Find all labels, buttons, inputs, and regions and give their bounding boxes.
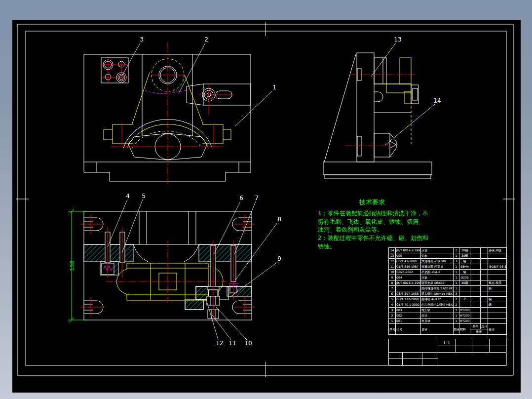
cad-viewer-canvas: { "colors":{"outline":"#ffffff","part":"…: [0, 0, 532, 399]
table-row: 10GB95-2002平垫圈 -C级 81钢: [389, 270, 507, 275]
tech-line: 2：装配过程中零件不允许磕、碰、划伤和: [318, 234, 441, 242]
table-row: 4GB/T 70.1-2000内六角圆柱头螺钉 M6X202钢: [389, 302, 507, 308]
callout-6: 6: [239, 195, 243, 201]
callout-8: 8: [277, 216, 281, 223]
table-row: 5GB/T 117-2000圆锥销 A6X22235钢: [389, 297, 507, 302]
callout-1: 1: [272, 84, 276, 91]
callout-13: 13: [394, 36, 401, 43]
bom-header-unit: 单件: [470, 324, 481, 329]
callout-5: 5: [142, 193, 146, 200]
callout-2: 2: [204, 36, 208, 43]
callout-11: 11: [228, 340, 236, 347]
table-row: 7圆柱螺旋弹簧 1.6X10X251购: [389, 286, 507, 291]
bom-header-qty: 数量: [454, 324, 459, 335]
table-row: 13005钻套135钢: [389, 253, 507, 259]
bom-header-weight: 重量: [470, 329, 488, 335]
callout-10: 10: [244, 340, 252, 347]
table-row: 3003对刀块1HT200: [389, 308, 507, 313]
callout-9: 9: [277, 255, 281, 262]
bom-header-seq: 序号: [389, 324, 396, 335]
tech-line: 1：零件在装配前必须清理和清洗干净，不: [318, 209, 441, 218]
tech-line: 得有毛刺、飞边、氧化皮、锈蚀、切屑、: [318, 218, 441, 226]
table-row: 6GB/T 897-1988双头螺柱 bm=1d M8X303: [389, 291, 507, 297]
bom-body: 14JB/T 8014.2-1999压块120钢渗碳 淬硬13005钻套135钢…: [389, 248, 507, 324]
table-row: 11GB/T 859-1987弹簧垫圈 轻型 8165Mn按GB/T 93-87: [389, 264, 507, 270]
technical-requirements: 技术要求 1：零件在装配前必须清理和清洗干净，不 得有毛刺、飞边、氧化皮、锈蚀、…: [318, 199, 441, 251]
bom-header-remark: 备注: [488, 324, 507, 335]
tech-line: 油污、着色剂和灰尘等。: [318, 226, 441, 234]
scale-cell: 1:1: [438, 339, 456, 346]
table-row: 1001夹具体1HT200: [389, 319, 507, 324]
callout-3: 3: [140, 36, 144, 43]
section-view: 130: [68, 209, 255, 322]
tech-requirements-title: 技术要求: [359, 199, 441, 207]
bom-header-code: 代号: [396, 324, 421, 335]
table-row: 2002垫块1HT200: [389, 313, 507, 319]
bom-header-mat: 材料: [459, 324, 470, 335]
callout-12: 12: [216, 340, 223, 347]
drawing-number-cell: [438, 352, 506, 365]
bom-header-name: 名称: [421, 324, 454, 335]
table-row: 14JB/T 8014.2-1999压块120钢渗碳 淬硬: [389, 248, 507, 253]
table-row: 9004压板1Q235: [389, 275, 507, 280]
bom-header-total: 总计: [481, 324, 488, 329]
title-block: 1:1: [388, 339, 506, 365]
front-view: [84, 42, 251, 184]
bom-table: 14JB/T 8014.2-1999压块120钢渗碳 淬硬13005钻套135钢…: [388, 247, 507, 335]
dim-130-label: 130: [69, 261, 76, 271]
callout-7: 7: [255, 195, 259, 201]
callout-4: 4: [126, 193, 130, 200]
table-row: 8JB/T 8026.4-1999调节支承 M8X40145钢氧化 发黑: [389, 280, 507, 286]
table-row: 12GB/T 41-2000六角螺母 -C级 M83钢: [389, 259, 507, 264]
dimension-130: 130: [68, 209, 86, 322]
callout-leaders: [108, 43, 435, 340]
side-view: [323, 53, 432, 179]
title-name-cell: [388, 339, 438, 353]
callout-14: 14: [433, 97, 441, 104]
